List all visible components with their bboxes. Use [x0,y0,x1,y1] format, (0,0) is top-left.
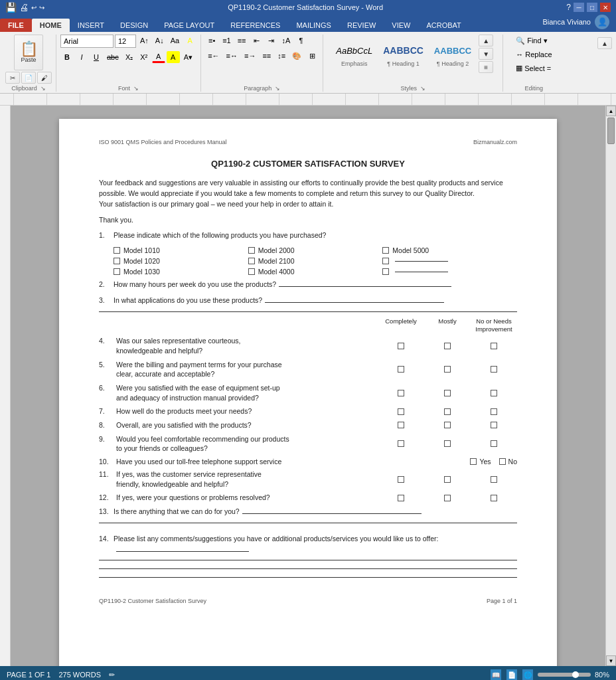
style-heading2[interactable]: AABBCC ¶ Heading 2 [431,39,475,69]
tab-references[interactable]: REFERENCES [222,19,288,32]
q5-needs[interactable] [471,366,517,373]
subscript-button[interactable]: X₂ [123,51,136,63]
find-button[interactable]: 🔍 Find ▾ [512,35,555,47]
align-center-button[interactable]: ≡↔ [224,50,240,62]
view-web-button[interactable]: 🌐 [522,669,534,680]
q12-mostly[interactable] [424,495,471,501]
tab-view[interactable]: VIEW [384,19,418,32]
help-icon[interactable]: ? [566,3,571,12]
font-color2-button[interactable]: A▾ [181,51,195,63]
decrease-indent-button[interactable]: ⇤ [250,35,264,46]
model-5000-checkbox[interactable] [382,247,389,254]
tab-mailings[interactable]: MAILINGS [288,19,339,32]
multilevel-button[interactable]: ≡≡ [235,35,249,46]
zoom-slider[interactable] [538,673,591,677]
align-left-button[interactable]: ≡← [205,50,222,62]
shrink-font-button[interactable]: A↓ [153,35,167,46]
font-name-box[interactable]: Arial [60,35,114,48]
model-2100-checkbox[interactable] [248,258,255,264]
paste-button[interactable]: 📋 Paste [14,35,43,70]
q6-completely[interactable] [378,390,424,396]
q8-mostly[interactable] [424,422,471,428]
styles-more-button[interactable]: ≡ [479,61,493,73]
q7-completely[interactable] [378,408,424,415]
clear-format-button[interactable]: Aa [168,35,182,46]
view-print-button[interactable]: 📄 [506,669,518,680]
scroll-down-button[interactable]: ▼ [606,655,616,666]
q11-completely[interactable] [378,476,424,483]
tab-home[interactable]: HOME [32,19,70,32]
italic-button[interactable]: I [75,51,88,63]
style-heading1[interactable]: AABBCC ¶ Heading 1 [380,39,427,69]
highlight-button[interactable]: A [183,35,196,46]
q12-completely[interactable] [378,495,424,501]
model-2000-checkbox[interactable] [248,247,255,254]
q9-completely[interactable] [378,440,424,447]
q7-mostly[interactable] [424,408,471,415]
bold-button[interactable]: B [60,51,74,63]
model-1010-checkbox[interactable] [114,247,120,254]
tab-design[interactable]: DESIGN [112,19,156,32]
q10-yes[interactable]: Yes [470,458,491,466]
tab-page-layout[interactable]: PAGE LAYOUT [156,19,222,32]
maximize-button[interactable]: □ [587,3,597,12]
text-highlight-button[interactable]: A [167,51,180,63]
q11-mostly[interactable] [424,476,471,483]
scroll-up-button[interactable]: ▲ [606,106,616,116]
copy-button[interactable]: 📄 [21,72,36,84]
q6-mostly[interactable] [424,390,471,396]
model-1030-checkbox[interactable] [114,268,120,275]
superscript-button[interactable]: X² [137,51,151,63]
sort-button[interactable]: ↕A [279,35,293,46]
q9-mostly[interactable] [424,440,471,447]
show-formatting-button[interactable]: ¶ [294,35,307,46]
increase-indent-button[interactable]: ⇥ [265,35,278,46]
grow-font-button[interactable]: A↑ [137,35,151,46]
model-4000-checkbox[interactable] [248,268,255,275]
tab-review[interactable]: REVIEW [339,19,384,32]
scroll-thumb[interactable] [607,118,615,144]
borders-button[interactable]: ⊞ [305,50,319,62]
style-emphasis[interactable]: AaBbCcL Emphasis [333,39,376,69]
close-button[interactable]: ✕ [600,3,611,12]
select-button[interactable]: ▦ Select = [512,62,555,74]
model-blank1-checkbox[interactable] [382,258,389,264]
strikethrough-button[interactable]: abc [104,51,121,63]
minimize-button[interactable]: ─ [574,3,584,12]
q11-needs[interactable] [471,476,517,483]
q10-yes-checkbox[interactable] [470,458,477,465]
q8-completely[interactable] [378,422,424,428]
q5-completely[interactable] [378,366,424,373]
q8-needs[interactable] [471,422,517,428]
q6-needs[interactable] [471,390,517,396]
numbering-button[interactable]: ≡1 [220,35,234,46]
tab-insert[interactable]: INSERT [70,19,112,32]
model-blank2-checkbox[interactable] [382,268,389,275]
styles-down-button[interactable]: ▼ [479,48,493,60]
q9-needs[interactable] [471,440,517,447]
collapse-ribbon-button[interactable]: ▲ [597,37,612,49]
styles-up-button[interactable]: ▲ [479,35,493,46]
replace-button[interactable]: ↔ Replace [512,48,555,60]
line-spacing-button[interactable]: ↕≡ [275,50,288,62]
format-painter-button[interactable]: 🖌 [37,72,52,84]
bullets-button[interactable]: ≡• [205,35,218,46]
view-read-button[interactable]: 📖 [490,669,502,680]
right-scrollbar[interactable]: ▲ ▼ [605,106,616,666]
font-color-button[interactable]: A [152,51,165,63]
q12-needs[interactable] [471,495,517,501]
q10-no[interactable]: No [499,458,517,466]
q7-needs[interactable] [471,408,517,415]
q4-mostly[interactable] [424,343,471,349]
font-size-box[interactable]: 12 [115,35,136,48]
q5-mostly[interactable] [424,366,471,373]
tab-acrobat[interactable]: ACROBAT [418,19,469,32]
shading-button[interactable]: 🎨 [289,50,304,62]
model-1020-checkbox[interactable] [114,258,120,264]
q4-completely[interactable] [378,343,424,349]
underline-button[interactable]: U [90,51,103,63]
justify-button[interactable]: ≡≡ [260,50,273,62]
tab-file[interactable]: FILE [0,19,32,32]
q4-needs[interactable] [471,343,517,349]
align-right-button[interactable]: ≡→ [242,50,258,62]
